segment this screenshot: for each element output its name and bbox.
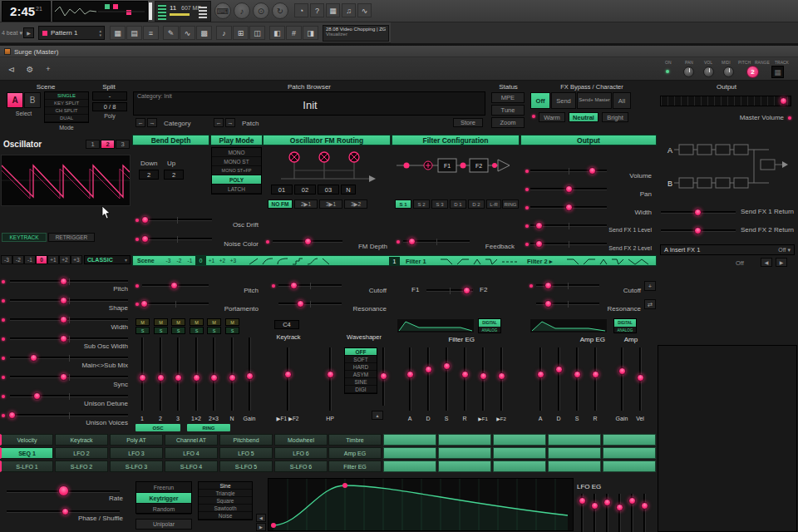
typing-keyboard-icon[interactable]: ⌨ bbox=[214, 2, 231, 19]
mod-slfo-6[interactable]: S-LFO 6 bbox=[274, 461, 328, 472]
split-value[interactable]: - bbox=[92, 91, 127, 101]
osc-width-handle[interactable] bbox=[60, 316, 67, 323]
osc-waveform-display[interactable] bbox=[1, 155, 131, 206]
aeg-release-fader[interactable] bbox=[594, 347, 597, 411]
amp-eg-display[interactable] bbox=[530, 318, 608, 333]
solo-1[interactable]: S bbox=[135, 327, 150, 334]
resonance2-handle[interactable] bbox=[544, 300, 552, 308]
fm-depth-handle[interactable] bbox=[304, 238, 312, 245]
fx-next-button[interactable]: ▶ bbox=[776, 258, 787, 267]
feg-sustain-fader[interactable] bbox=[446, 347, 448, 411]
mod-cell-armed[interactable] bbox=[438, 434, 491, 446]
mod-cell-armed[interactable] bbox=[493, 461, 546, 472]
osc-unison-voices-handle[interactable] bbox=[8, 411, 16, 419]
keytrack-fader[interactable] bbox=[287, 347, 289, 411]
fx-prev-button[interactable]: ◀ bbox=[761, 258, 772, 267]
gear-icon[interactable]: ⚙ bbox=[23, 62, 37, 76]
mod-cell-armed[interactable] bbox=[493, 447, 546, 459]
mod-slfo-5[interactable]: S-LFO 5 bbox=[219, 461, 273, 472]
scene-octave-minus1[interactable]: -1 bbox=[185, 256, 195, 265]
sendfx2-return-handle[interactable] bbox=[694, 227, 702, 234]
osc-drift-track[interactable] bbox=[142, 219, 212, 221]
ws-sine[interactable]: SINE bbox=[345, 378, 377, 386]
speaker-icon[interactable]: ⊲ bbox=[5, 62, 18, 76]
octave-plus1[interactable]: +1 bbox=[47, 255, 59, 264]
fc-s2-button[interactable]: S 2 bbox=[413, 200, 430, 209]
store-button[interactable]: Store bbox=[453, 118, 483, 127]
feg-sustain-handle[interactable] bbox=[443, 362, 451, 370]
filter1-type-icons[interactable] bbox=[439, 257, 522, 266]
filter-eg-mode-switch[interactable]: DIGITAL ANALOG bbox=[478, 318, 501, 333]
insert-fx-slot[interactable]: A Insert FX 1 Off ▾ bbox=[660, 244, 795, 255]
osc-type-dropdown[interactable]: CLASSIC ▾ bbox=[84, 255, 131, 264]
filter-balance-handle[interactable] bbox=[463, 287, 470, 294]
chop-tool-icon[interactable]: ◫ bbox=[249, 26, 265, 40]
mod-slfo-4[interactable]: S-LFO 4 bbox=[165, 461, 218, 472]
lfo-eg-fader-4[interactable] bbox=[618, 494, 621, 532]
pan-handle[interactable] bbox=[565, 185, 573, 193]
mute-ring1[interactable]: M bbox=[190, 318, 204, 326]
mod-keytrack[interactable]: Keytrack bbox=[55, 434, 108, 446]
osc-unison-detune-track[interactable] bbox=[10, 395, 128, 397]
filter-eg-display[interactable] bbox=[397, 318, 475, 333]
lfo-eg-handle-5[interactable] bbox=[628, 497, 636, 505]
lfo-display[interactable] bbox=[268, 478, 574, 531]
mod-modwheel[interactable]: Modwheel bbox=[274, 434, 328, 446]
mod-cell-armed[interactable] bbox=[438, 461, 491, 472]
play-button[interactable]: ▶ bbox=[23, 27, 34, 38]
osc-tab-2[interactable]: 2 bbox=[101, 140, 115, 149]
ws-off[interactable]: OFF bbox=[345, 348, 377, 356]
fm-target-o2[interactable]: 02 bbox=[294, 185, 316, 195]
shape-sine[interactable]: Sine bbox=[199, 482, 252, 490]
noise-color-handle[interactable] bbox=[141, 235, 149, 243]
shape-noise[interactable]: Noise bbox=[199, 512, 252, 520]
osc-subwidth-track[interactable] bbox=[10, 337, 128, 340]
amp-gain-handle[interactable] bbox=[618, 367, 626, 375]
mod-cell-armed[interactable] bbox=[548, 447, 601, 459]
playmode-latch[interactable]: LATCH bbox=[212, 185, 261, 194]
octave-zero[interactable]: 0 bbox=[36, 255, 47, 264]
feg-attack-handle[interactable] bbox=[406, 371, 414, 378]
mixer-handle-ring1[interactable] bbox=[193, 374, 200, 382]
amp-eg-mode-switch[interactable]: DIGITAL ANALOG bbox=[613, 318, 637, 333]
unipolar-toggle[interactable]: Unipolar bbox=[135, 519, 192, 530]
mod-filter-eg[interactable]: Filter EG bbox=[328, 461, 382, 472]
mod-cell-armed[interactable] bbox=[603, 434, 656, 446]
amp-eg-digital[interactable]: DIGITAL bbox=[614, 319, 636, 327]
fill-tool-icon[interactable]: ▩ bbox=[196, 26, 212, 40]
clock-icon[interactable]: ◔ bbox=[294, 3, 308, 17]
mod-pitchbend[interactable]: Pitchbend bbox=[219, 434, 273, 446]
fm-route-3to2[interactable]: 3▶2 bbox=[344, 200, 367, 209]
fm-route-2to1[interactable]: 2▶1 bbox=[294, 200, 318, 209]
trigger-freerun[interactable]: Freerun bbox=[136, 482, 191, 493]
keytrack-root-value[interactable]: C4 bbox=[274, 320, 299, 329]
keytrack-toggle[interactable]: KEYTRACK bbox=[2, 233, 47, 242]
noise-color-track[interactable] bbox=[142, 238, 212, 240]
fx-send-button[interactable]: Send bbox=[551, 92, 576, 109]
ws-soft[interactable]: SOFT bbox=[345, 356, 377, 363]
plug-icon[interactable]: ∿ bbox=[357, 3, 372, 17]
metronome-icon[interactable]: ♪ bbox=[234, 2, 250, 19]
amp-gain-fader[interactable] bbox=[621, 347, 623, 411]
waveshaper-preview-icon[interactable]: ▴ bbox=[372, 411, 383, 420]
aeg-sustain-fader[interactable] bbox=[576, 347, 579, 411]
fx-all-button[interactable]: All bbox=[613, 92, 631, 109]
filter2-type-icons[interactable] bbox=[565, 257, 653, 266]
feg-f1-depth-handle[interactable] bbox=[480, 372, 487, 380]
filter2-label[interactable]: Filter 2 ▸ bbox=[527, 258, 552, 265]
fc-ring-button[interactable]: RING bbox=[502, 200, 519, 209]
osc-submix-track[interactable] bbox=[10, 357, 128, 359]
octave-plus2[interactable]: +2 bbox=[59, 255, 71, 264]
add-window-icon[interactable]: ⊞ bbox=[233, 26, 249, 40]
patch-next-button[interactable]: → bbox=[225, 118, 235, 127]
feedback-handle[interactable] bbox=[408, 238, 416, 245]
cutoff1-handle[interactable] bbox=[290, 282, 298, 289]
osc-unison-voices-track[interactable] bbox=[10, 414, 128, 416]
mod-seq-1[interactable]: SEQ 1 bbox=[0, 447, 53, 459]
mute-ring2[interactable]: M bbox=[207, 318, 221, 326]
shape-triangle[interactable]: Triangle bbox=[199, 490, 252, 497]
master-volume-handle[interactable] bbox=[780, 97, 787, 105]
pitch-knob[interactable] bbox=[723, 66, 734, 77]
mute-1[interactable]: M bbox=[135, 318, 150, 326]
waveshaper-drive-handle[interactable] bbox=[380, 372, 387, 380]
